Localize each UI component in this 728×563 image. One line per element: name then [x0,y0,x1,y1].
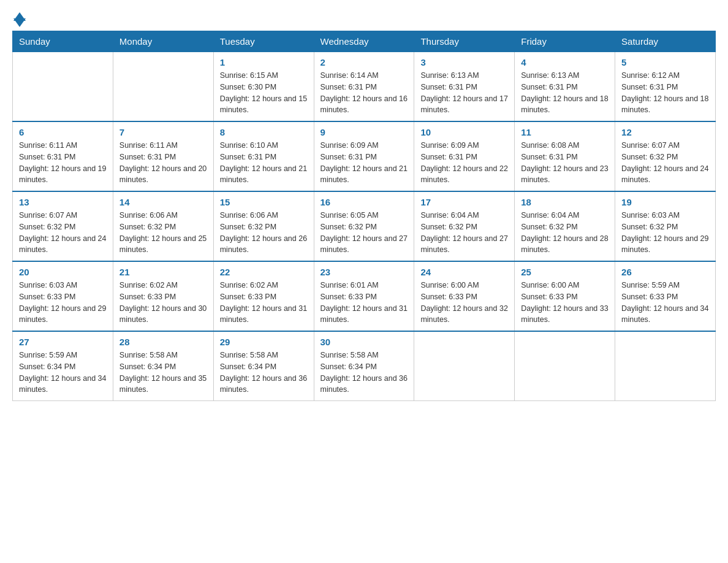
day-info: Sunrise: 6:12 AMSunset: 6:31 PMDaylight:… [621,70,709,116]
day-info: Sunrise: 6:15 AMSunset: 6:30 PMDaylight:… [220,70,308,116]
calendar-cell: 24Sunrise: 6:00 AMSunset: 6:33 PMDayligh… [414,261,515,331]
day-info: Sunrise: 6:09 AMSunset: 6:31 PMDaylight:… [420,140,508,186]
calendar-cell: 4Sunrise: 6:13 AMSunset: 6:31 PMDaylight… [515,52,615,122]
day-number: 6 [19,127,107,137]
logo [12,12,26,25]
day-info: Sunrise: 6:11 AMSunset: 6:31 PMDaylight:… [19,140,107,186]
calendar-cell: 11Sunrise: 6:08 AMSunset: 6:31 PMDayligh… [515,121,615,191]
day-number: 8 [220,127,308,137]
calendar-cell: 3Sunrise: 6:13 AMSunset: 6:31 PMDaylight… [414,52,515,122]
day-info: Sunrise: 6:02 AMSunset: 6:33 PMDaylight:… [119,280,207,326]
calendar-week-row: 20Sunrise: 6:03 AMSunset: 6:33 PMDayligh… [13,261,716,331]
calendar-cell: 6Sunrise: 6:11 AMSunset: 6:31 PMDaylight… [13,121,113,191]
calendar-table: SundayMondayTuesdayWednesdayThursdayFrid… [12,31,716,401]
day-number: 23 [320,267,408,277]
day-number: 18 [521,197,609,207]
weekday-header-friday: Friday [515,31,615,52]
day-number: 21 [119,267,207,277]
weekday-header-row: SundayMondayTuesdayWednesdayThursdayFrid… [13,31,716,52]
calendar-week-row: 13Sunrise: 6:07 AMSunset: 6:32 PMDayligh… [13,191,716,261]
day-info: Sunrise: 6:11 AMSunset: 6:31 PMDaylight:… [119,140,207,186]
calendar-cell: 26Sunrise: 5:59 AMSunset: 6:33 PMDayligh… [615,261,716,331]
day-info: Sunrise: 6:08 AMSunset: 6:31 PMDaylight:… [521,140,609,186]
day-number: 28 [119,337,207,347]
day-info: Sunrise: 5:59 AMSunset: 6:33 PMDaylight:… [621,280,709,326]
calendar-cell: 30Sunrise: 5:58 AMSunset: 6:34 PMDayligh… [314,331,414,401]
day-info: Sunrise: 6:04 AMSunset: 6:32 PMDaylight:… [521,210,609,256]
day-number: 9 [320,127,408,137]
calendar-cell: 19Sunrise: 6:03 AMSunset: 6:32 PMDayligh… [615,191,716,261]
calendar-cell [13,52,113,122]
calendar-cell: 2Sunrise: 6:14 AMSunset: 6:31 PMDaylight… [314,52,414,122]
calendar-cell [515,331,615,401]
day-info: Sunrise: 6:13 AMSunset: 6:31 PMDaylight:… [420,70,508,116]
calendar-cell: 9Sunrise: 6:09 AMSunset: 6:31 PMDaylight… [314,121,414,191]
calendar-cell: 21Sunrise: 6:02 AMSunset: 6:33 PMDayligh… [113,261,213,331]
day-number: 20 [19,267,107,277]
day-number: 3 [420,57,508,67]
day-number: 24 [420,267,508,277]
weekday-header-monday: Monday [113,31,213,52]
day-info: Sunrise: 6:01 AMSunset: 6:33 PMDaylight:… [320,280,408,326]
day-info: Sunrise: 5:58 AMSunset: 6:34 PMDaylight:… [220,350,308,396]
weekday-header-saturday: Saturday [615,31,716,52]
day-info: Sunrise: 6:02 AMSunset: 6:33 PMDaylight:… [220,280,308,326]
day-number: 15 [220,197,308,207]
page-header [12,12,716,25]
calendar-cell [615,331,716,401]
calendar-cell: 5Sunrise: 6:12 AMSunset: 6:31 PMDaylight… [615,52,716,122]
calendar-cell: 20Sunrise: 6:03 AMSunset: 6:33 PMDayligh… [13,261,113,331]
day-info: Sunrise: 6:13 AMSunset: 6:31 PMDaylight:… [521,70,609,116]
day-number: 26 [621,267,709,277]
day-number: 25 [521,267,609,277]
day-number: 27 [19,337,107,347]
day-info: Sunrise: 6:03 AMSunset: 6:32 PMDaylight:… [621,210,709,256]
calendar-cell: 7Sunrise: 6:11 AMSunset: 6:31 PMDaylight… [113,121,213,191]
day-info: Sunrise: 6:04 AMSunset: 6:32 PMDaylight:… [420,210,508,256]
calendar-cell: 23Sunrise: 6:01 AMSunset: 6:33 PMDayligh… [314,261,414,331]
day-number: 13 [19,197,107,207]
calendar-cell: 15Sunrise: 6:06 AMSunset: 6:32 PMDayligh… [213,191,314,261]
day-info: Sunrise: 6:00 AMSunset: 6:33 PMDaylight:… [420,280,508,326]
day-number: 16 [320,197,408,207]
calendar-cell [414,331,515,401]
day-number: 5 [621,57,709,67]
day-number: 30 [320,337,408,347]
day-number: 2 [320,57,408,67]
day-number: 17 [420,197,508,207]
day-number: 11 [521,127,609,137]
calendar-cell: 27Sunrise: 5:59 AMSunset: 6:34 PMDayligh… [13,331,113,401]
day-info: Sunrise: 6:07 AMSunset: 6:32 PMDaylight:… [621,140,709,186]
day-info: Sunrise: 6:00 AMSunset: 6:33 PMDaylight:… [521,280,609,326]
weekday-header-sunday: Sunday [13,31,113,52]
calendar-cell: 28Sunrise: 5:58 AMSunset: 6:34 PMDayligh… [113,331,213,401]
calendar-cell: 22Sunrise: 6:02 AMSunset: 6:33 PMDayligh… [213,261,314,331]
day-info: Sunrise: 6:06 AMSunset: 6:32 PMDaylight:… [220,210,308,256]
calendar-week-row: 6Sunrise: 6:11 AMSunset: 6:31 PMDaylight… [13,121,716,191]
day-info: Sunrise: 6:10 AMSunset: 6:31 PMDaylight:… [220,140,308,186]
day-info: Sunrise: 6:05 AMSunset: 6:32 PMDaylight:… [320,210,408,256]
calendar-cell: 14Sunrise: 6:06 AMSunset: 6:32 PMDayligh… [113,191,213,261]
calendar-cell: 1Sunrise: 6:15 AMSunset: 6:30 PMDaylight… [213,52,314,122]
day-info: Sunrise: 5:58 AMSunset: 6:34 PMDaylight:… [119,350,207,396]
day-number: 19 [621,197,709,207]
day-number: 12 [621,127,709,137]
weekday-header-thursday: Thursday [414,31,515,52]
day-info: Sunrise: 5:58 AMSunset: 6:34 PMDaylight:… [320,350,408,396]
day-number: 14 [119,197,207,207]
calendar-week-row: 27Sunrise: 5:59 AMSunset: 6:34 PMDayligh… [13,331,716,401]
calendar-cell: 10Sunrise: 6:09 AMSunset: 6:31 PMDayligh… [414,121,515,191]
day-number: 7 [119,127,207,137]
weekday-header-wednesday: Wednesday [314,31,414,52]
day-number: 22 [220,267,308,277]
calendar-cell: 12Sunrise: 6:07 AMSunset: 6:32 PMDayligh… [615,121,716,191]
calendar-cell: 16Sunrise: 6:05 AMSunset: 6:32 PMDayligh… [314,191,414,261]
calendar-cell: 29Sunrise: 5:58 AMSunset: 6:34 PMDayligh… [213,331,314,401]
day-number: 4 [521,57,609,67]
calendar-cell: 17Sunrise: 6:04 AMSunset: 6:32 PMDayligh… [414,191,515,261]
day-number: 29 [220,337,308,347]
weekday-header-tuesday: Tuesday [213,31,314,52]
calendar-cell: 13Sunrise: 6:07 AMSunset: 6:32 PMDayligh… [13,191,113,261]
calendar-week-row: 1Sunrise: 6:15 AMSunset: 6:30 PMDaylight… [13,52,716,122]
calendar-cell [113,52,213,122]
